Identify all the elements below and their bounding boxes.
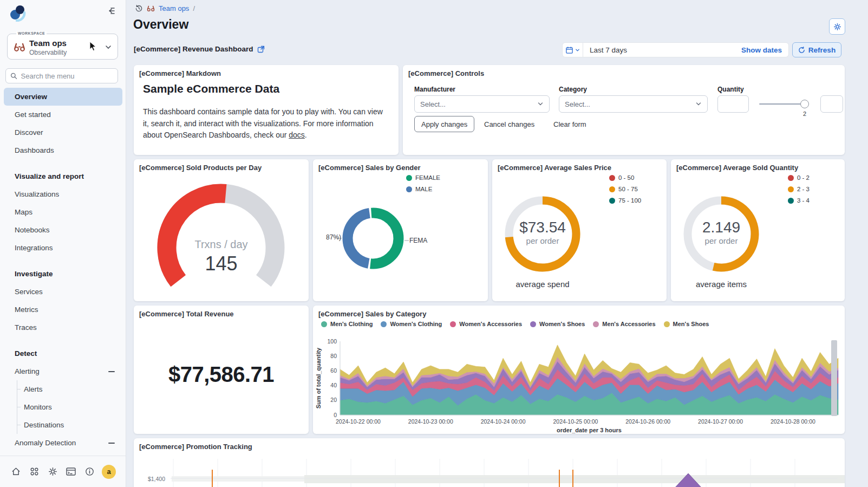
- svg-text:2024-10-28 00:00: 2024-10-28 00:00: [771, 418, 815, 425]
- sidebar-item-label: Discover: [15, 128, 43, 137]
- sidebar: WORKSPACE Team ops Observability Overvie…: [0, 0, 126, 487]
- dashboard-title-link[interactable]: [eCommerce] Revenue Dashboard: [134, 45, 265, 53]
- sidebar-item-label: Investigate: [15, 270, 53, 278]
- workspace-subtitle: Observability: [29, 49, 67, 56]
- workspace-name: Team ops: [29, 38, 67, 48]
- sidebar-item-label: Maps: [15, 208, 32, 216]
- panel-title: [eCommerce] Sales by Category: [318, 310, 426, 318]
- sidebar-item-traces[interactable]: Traces: [4, 319, 122, 336]
- panel-title: [eCommerce] Average Sold Quantity: [676, 164, 798, 172]
- sidebar-item-label: Destinations: [24, 421, 64, 429]
- sidebar-item-get-started[interactable]: Get started: [4, 106, 122, 124]
- apps-grid-icon[interactable]: [28, 466, 40, 478]
- search-input[interactable]: [21, 72, 113, 80]
- refresh-button[interactable]: Refresh: [792, 42, 841, 57]
- sidebar-item-maps[interactable]: Maps: [4, 203, 122, 221]
- quantity-slider-value: 2: [803, 111, 806, 117]
- sidebar-item-label: Integrations: [15, 244, 53, 252]
- manufacturer-label: Manufacturer: [414, 86, 455, 93]
- sidebar-section-visualize-and-report: Visualize and report: [4, 167, 122, 185]
- home-icon[interactable]: [10, 466, 22, 478]
- markdown-body: This dashboard contains sample data for …: [143, 106, 390, 141]
- panel-title: [eCommerce] Sold Products per Day: [139, 164, 262, 172]
- sidebar-item-notebooks[interactable]: Notebooks: [4, 221, 122, 239]
- binoculars-icon: [14, 41, 25, 53]
- info-icon[interactable]: [83, 466, 95, 478]
- sidebar-item-monitors[interactable]: Monitors: [17, 398, 122, 416]
- svg-text:2024-10-23 00:00: 2024-10-23 00:00: [408, 418, 453, 425]
- time-range-value[interactable]: Last 7 days: [583, 46, 735, 54]
- svg-text:$1,400: $1,400: [148, 476, 165, 482]
- sidebar-item-destinations[interactable]: Destinations: [17, 416, 122, 434]
- sidebar-item-dashboards[interactable]: Dashboards: [4, 141, 122, 159]
- sidebar-item-overview[interactable]: Overview: [4, 88, 122, 106]
- sidebar-item-anomaly-detection[interactable]: Anomaly Detection: [4, 434, 122, 452]
- quantity-label: Quantity: [717, 86, 744, 93]
- panel-sales-by-category: [eCommerce] Sales by Category Men's Clot…: [313, 306, 845, 434]
- sidebar-item-label: Dashboards: [15, 146, 54, 154]
- panel-title: [eCommerce] Average Sales Price: [498, 164, 611, 172]
- quantity-slider-handle[interactable]: [800, 100, 809, 108]
- sidebar-item-alerts[interactable]: Alerts: [17, 380, 122, 398]
- calendar-icon: [565, 46, 573, 54]
- dev-console-icon[interactable]: [65, 466, 77, 478]
- workspace-selector[interactable]: WORKSPACE Team ops Observability: [7, 34, 118, 60]
- calendar-dropdown-button[interactable]: [563, 43, 583, 57]
- category-select[interactable]: Select...: [559, 95, 708, 113]
- sidebar-item-label: Alerts: [24, 385, 43, 393]
- settings-gear-icon[interactable]: [47, 466, 58, 478]
- sidebar-item-label: Alerting: [15, 367, 40, 375]
- page-title: Overview: [133, 17, 188, 32]
- quantity-min-input[interactable]: [717, 95, 749, 113]
- apply-changes-button[interactable]: Apply changes: [414, 116, 474, 132]
- ring-value: $73.54: [492, 219, 593, 236]
- recent-history-icon[interactable]: [135, 4, 143, 12]
- sidebar-item-integrations[interactable]: Integrations: [4, 239, 122, 257]
- svg-text:100: 100: [327, 338, 337, 345]
- external-link-icon: [257, 46, 265, 53]
- svg-text:60: 60: [330, 367, 337, 374]
- manufacturer-select[interactable]: Select...: [414, 95, 550, 113]
- panel-controls: [eCommerce] Controls Manufacturer Select…: [403, 65, 845, 155]
- sidebar-item-services[interactable]: Services: [4, 283, 122, 301]
- collapse-minus-icon[interactable]: [108, 443, 115, 444]
- sidebar-item-label: Services: [15, 288, 43, 296]
- ring-unit: per order: [492, 236, 593, 245]
- sidebar-item-label: Metrics: [15, 306, 38, 314]
- svg-text:2024-10-25 00:00: 2024-10-25 00:00: [553, 418, 598, 425]
- gauge-chart: [134, 174, 309, 299]
- sidebar-footer: a: [0, 456, 126, 487]
- ring-caption: average items: [671, 280, 772, 289]
- sidebar-nav: OverviewGet startedDiscoverDashboardsVis…: [0, 88, 126, 452]
- collapse-minus-icon[interactable]: [108, 371, 115, 372]
- chevron-down-icon: [105, 43, 112, 51]
- quantity-max-input[interactable]: [820, 95, 843, 113]
- sidebar-item-discover[interactable]: Discover: [4, 124, 122, 141]
- collapse-sidebar-icon[interactable]: [105, 5, 116, 16]
- sidebar-search[interactable]: [5, 68, 118, 83]
- sidebar-item-label: Get started: [15, 111, 51, 119]
- panel-title: [eCommerce] Sales by Gender: [318, 164, 421, 172]
- sidebar-item-alerting[interactable]: Alerting: [4, 362, 122, 380]
- page-settings-button[interactable]: [829, 18, 845, 35]
- sidebar-item-visualizations[interactable]: Visualizations: [4, 185, 122, 203]
- breadcrumb-separator: /: [193, 4, 195, 12]
- cancel-changes-button[interactable]: Cancel changes: [484, 120, 534, 128]
- svg-text:Sum of total_quantity: Sum of total_quantity: [315, 347, 322, 408]
- panel-average-sales-price: [eCommerce] Average Sales Price 0 - 5050…: [492, 159, 667, 301]
- sidebar-item-label: Anomaly Detection: [15, 439, 76, 447]
- show-dates-button[interactable]: Show dates: [735, 46, 788, 54]
- sidebar-item-label: Detect: [15, 349, 37, 358]
- clear-form-button[interactable]: Clear form: [553, 120, 586, 128]
- docs-link[interactable]: docs: [289, 131, 305, 139]
- category-label: Category: [559, 86, 587, 93]
- sidebar-item-label: Traces: [15, 323, 37, 332]
- breadcrumb-workspace-link[interactable]: Team ops: [159, 4, 189, 12]
- stacked-area-chart: 0204060801002024-10-22 00:002024-10-23 0…: [313, 306, 845, 434]
- quantity-slider-track[interactable]: [759, 103, 806, 105]
- sidebar-item-metrics[interactable]: Metrics: [4, 301, 122, 319]
- markdown-heading: Sample eCommerce Data: [143, 82, 279, 95]
- search-icon: [10, 72, 17, 80]
- time-range-picker: Last 7 days Show dates: [562, 42, 789, 57]
- user-avatar[interactable]: a: [102, 465, 116, 479]
